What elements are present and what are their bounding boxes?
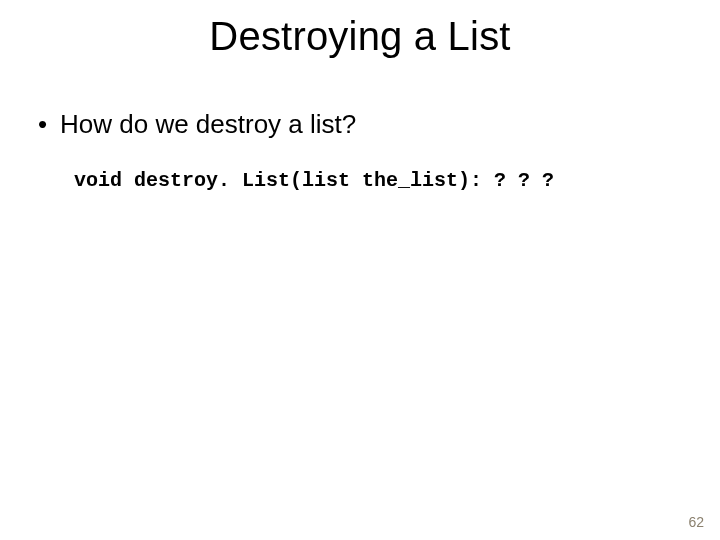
slide-title: Destroying a List	[0, 14, 720, 59]
slide: Destroying a List • How do we destroy a …	[0, 0, 720, 540]
bullet-text: How do we destroy a list?	[60, 108, 356, 141]
bullet-item: • How do we destroy a list?	[38, 108, 682, 141]
code-snippet: void destroy. List(list the_list): ? ? ?	[74, 169, 682, 192]
bullet-marker: •	[38, 108, 60, 141]
page-number: 62	[688, 514, 704, 530]
slide-body: • How do we destroy a list? void destroy…	[38, 108, 682, 192]
